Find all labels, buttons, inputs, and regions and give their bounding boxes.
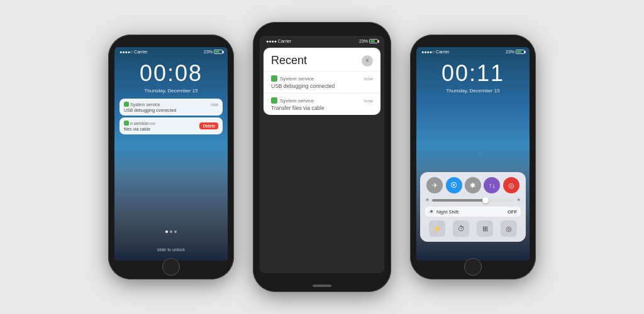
rn-app-1: System service: [271, 75, 314, 82]
notif-app-1: System service: [124, 102, 160, 107]
rn-header-2: System service now: [271, 97, 373, 104]
battery-percent: 23%: [204, 50, 213, 54]
page-dots: [165, 230, 177, 233]
notification-card-1[interactable]: System service now USB debugging connect…: [119, 99, 223, 116]
phone-3: ●●●●○ Carrier 23% 00:11 Thursday, Decemb…: [410, 35, 536, 279]
rn-header-1: System service now: [271, 75, 373, 82]
cc-brightness-slider[interactable]: ☀ ☀: [425, 197, 521, 203]
recent-title: Recent: [271, 54, 307, 67]
notif-header-2: n service now: [124, 121, 155, 126]
phone-1: ●●●●○ Carrier 23% 00:08 Thursday, Decemb…: [108, 35, 234, 279]
cc-airplane-button[interactable]: ✈: [426, 177, 443, 193]
home-indicator-2[interactable]: [313, 284, 331, 287]
cc-calculator-button[interactable]: ⊞: [477, 220, 493, 237]
carrier-label: ●●●●○ Carrier: [119, 50, 147, 54]
notif-body-1: USB debugging connected: [124, 108, 218, 112]
cc-timer-button[interactable]: ⏱: [453, 220, 469, 237]
rn-body-1: USB debugging connected: [271, 83, 373, 89]
recent-notif-1[interactable]: System service now USB debugging connect…: [264, 71, 380, 93]
phone-3-screen: ●●●●○ Carrier 23% 00:11 Thursday, Decemb…: [416, 47, 530, 261]
recent-close-button[interactable]: ×: [362, 55, 373, 67]
battery-percent-3: 23%: [506, 50, 514, 54]
slide-unlock-label[interactable]: slide to unlock: [114, 247, 228, 252]
phone-3-status-bar: ●●●●○ Carrier 23%: [416, 47, 530, 55]
recent-panel: Recent × System service now USB debuggin…: [264, 48, 380, 115]
recent-header: Recent ×: [264, 48, 380, 71]
rn-body-2: Transfer files via cable: [271, 105, 373, 111]
notif-delete-button[interactable]: Delete: [199, 122, 218, 129]
control-center: ✈ ⦿ ✱ ↑↓ ◎ ☀ ☀ ☀ Night Shift: OFF: [420, 172, 526, 242]
notif-time-1: now: [211, 102, 218, 107]
clock-date: Thursday, December 15: [114, 88, 228, 94]
cc-camera-button[interactable]: ◎: [501, 220, 517, 237]
brightness-min-icon: ☀: [425, 197, 430, 203]
phone-2-screen: ●●●● Carrier 23% Recent × System service…: [260, 36, 384, 273]
phone-1-status-bar: ●●●●○ Carrier 23%: [114, 47, 228, 55]
notif-app-icon-2: [124, 121, 129, 126]
rn-icon-1: [271, 75, 277, 82]
carrier-label-2: ●●●● Carrier: [266, 39, 291, 43]
dot-2: [170, 230, 172, 233]
cc-tools-row: ⚡ ⏱ ⊞ ◎: [425, 220, 521, 237]
phone-2-status-bar: ●●●● Carrier 23%: [260, 36, 384, 45]
clock-date-3: Thursday, December 15: [416, 88, 530, 94]
night-shift-status: OFF: [508, 209, 517, 215]
brightness-max-icon: ☀: [516, 197, 521, 203]
battery-icon-3: [516, 50, 525, 54]
notif-app-icon-1: [124, 102, 129, 107]
carrier-label-3: ●●●●○ Carrier: [421, 50, 449, 54]
rn-app-2: System service: [271, 97, 314, 104]
phone-2: ●●●● Carrier 23% Recent × System service…: [253, 22, 391, 292]
cc-bluetooth-button[interactable]: ✱: [465, 177, 481, 193]
notif-swipe-row: n service now files via cable Delete: [124, 121, 218, 131]
cc-dnd-button[interactable]: ◎: [503, 177, 519, 193]
cc-wifi-button[interactable]: ⦿: [446, 177, 462, 193]
notif-time-2: now: [148, 121, 155, 126]
dot-1: [165, 230, 168, 233]
brightness-fill: [432, 199, 486, 202]
cc-flashlight-button[interactable]: ⚡: [429, 220, 445, 237]
status-right-2: 23%: [359, 39, 378, 43]
battery-percent-2: 23%: [359, 39, 368, 43]
home-button-3[interactable]: [464, 258, 482, 276]
night-shift-icon: ☀: [429, 208, 434, 215]
status-right: 23%: [204, 50, 223, 54]
notification-card-2[interactable]: n service now files via cable Delete: [119, 117, 223, 134]
clock-time: 00:08: [114, 60, 228, 87]
rn-time-2: now: [364, 98, 373, 104]
clock-time-3: 00:11: [416, 60, 530, 87]
rn-time-1: now: [364, 76, 373, 82]
phone-1-screen: ●●●●○ Carrier 23% 00:08 Thursday, Decemb…: [114, 47, 228, 261]
notif-header-1: System service now: [124, 102, 218, 107]
notif-app-2: n service: [124, 121, 148, 126]
night-shift-label: Night Shift:: [436, 209, 505, 215]
brightness-thumb[interactable]: [482, 197, 489, 203]
battery-icon: [214, 50, 223, 54]
status-right-3: 23%: [506, 50, 525, 54]
battery-icon-2: [369, 39, 378, 43]
notif-body-2: files via cable: [124, 127, 155, 131]
rn-icon-2: [271, 97, 277, 104]
home-button-1[interactable]: [162, 258, 180, 276]
brightness-track[interactable]: [432, 199, 514, 202]
cc-data-button[interactable]: ↑↓: [484, 177, 500, 193]
recent-notif-2[interactable]: System service now Transfer files via ca…: [264, 93, 380, 115]
dot-3: [174, 230, 177, 233]
night-shift-toggle[interactable]: ☀ Night Shift: OFF: [425, 207, 521, 217]
cc-buttons-row: ✈ ⦿ ✱ ↑↓ ◎: [425, 177, 521, 193]
